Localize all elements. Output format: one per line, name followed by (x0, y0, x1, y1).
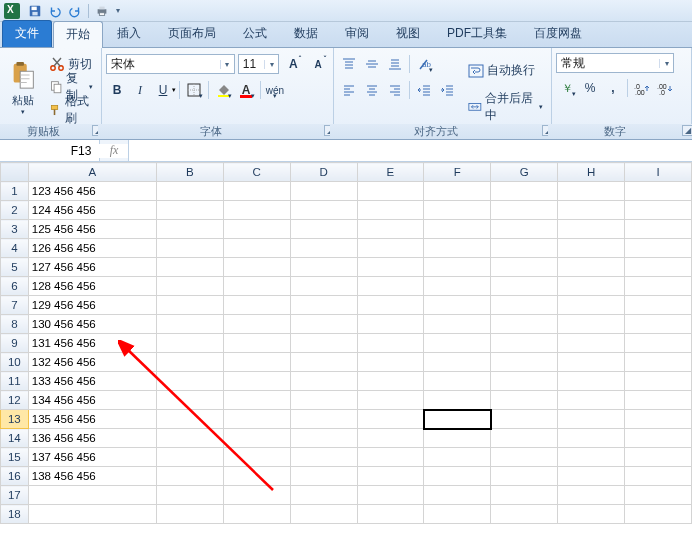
cell[interactable] (424, 296, 491, 315)
cell[interactable] (223, 220, 290, 239)
cell[interactable] (558, 201, 625, 220)
row-header[interactable]: 2 (1, 201, 29, 220)
cell[interactable] (491, 391, 558, 410)
font-name-combo[interactable]: 宋体 ▾ (106, 54, 235, 74)
cell[interactable] (625, 315, 692, 334)
cell[interactable] (357, 239, 424, 258)
paste-button[interactable]: 粘贴 ▾ (4, 50, 42, 124)
cell[interactable] (424, 315, 491, 334)
orientation-button[interactable]: ab▾ (413, 53, 435, 75)
percent-format-button[interactable]: % (579, 77, 601, 99)
row-header[interactable]: 8 (1, 315, 29, 334)
cell[interactable] (491, 505, 558, 524)
tab-home[interactable]: 开始 (53, 21, 103, 48)
column-header[interactable]: F (424, 163, 491, 182)
row-header[interactable]: 7 (1, 296, 29, 315)
column-header[interactable]: C (223, 163, 290, 182)
cell[interactable]: 132 456 456 (28, 353, 156, 372)
cell[interactable] (424, 334, 491, 353)
column-header[interactable]: I (625, 163, 692, 182)
cell[interactable] (558, 410, 625, 429)
fill-color-button[interactable]: ▾ (212, 79, 234, 101)
cell[interactable] (424, 448, 491, 467)
row-header[interactable]: 17 (1, 486, 29, 505)
tab-page-layout[interactable]: 页面布局 (155, 20, 229, 47)
cell[interactable] (424, 429, 491, 448)
cell[interactable] (558, 448, 625, 467)
accounting-format-button[interactable]: ￥▾ (556, 77, 578, 99)
cell[interactable] (156, 429, 223, 448)
cell[interactable] (558, 353, 625, 372)
cell[interactable] (223, 505, 290, 524)
cell[interactable] (424, 372, 491, 391)
redo-button[interactable] (66, 2, 84, 20)
cell[interactable] (290, 372, 357, 391)
row-header[interactable]: 13 (1, 410, 29, 429)
cell[interactable] (625, 429, 692, 448)
cell[interactable] (28, 505, 156, 524)
cell[interactable] (156, 296, 223, 315)
cell[interactable] (491, 353, 558, 372)
cell[interactable] (28, 486, 156, 505)
cell[interactable] (625, 296, 692, 315)
decrease-font-button[interactable]: Aˇ (307, 53, 329, 75)
worksheet-grid[interactable]: ABCDEFGHI1123 456 4562124 456 4563125 45… (0, 162, 692, 547)
print-button[interactable] (93, 2, 111, 20)
comma-format-button[interactable]: , (602, 77, 624, 99)
cell[interactable] (156, 334, 223, 353)
cell[interactable] (357, 372, 424, 391)
tab-pdf-tools[interactable]: PDF工具集 (434, 20, 520, 47)
cell[interactable] (558, 429, 625, 448)
underline-button[interactable]: U (152, 79, 174, 101)
cell[interactable] (223, 486, 290, 505)
cell[interactable] (625, 201, 692, 220)
row-header[interactable]: 10 (1, 353, 29, 372)
tab-data[interactable]: 数据 (281, 20, 331, 47)
cell[interactable] (625, 448, 692, 467)
cell[interactable] (223, 429, 290, 448)
cell[interactable] (223, 315, 290, 334)
cell[interactable]: 137 456 456 (28, 448, 156, 467)
cell[interactable] (290, 315, 357, 334)
cell[interactable] (156, 201, 223, 220)
tab-insert[interactable]: 插入 (104, 20, 154, 47)
cell[interactable] (156, 486, 223, 505)
cell[interactable] (491, 277, 558, 296)
increase-decimal-button[interactable]: .0.00 (631, 77, 653, 99)
cell[interactable]: 124 456 456 (28, 201, 156, 220)
cell[interactable] (223, 277, 290, 296)
format-painter-button[interactable]: 格式刷 (45, 99, 97, 121)
cell[interactable]: 134 456 456 (28, 391, 156, 410)
font-color-button[interactable]: A▾ (235, 79, 257, 101)
cell[interactable]: 130 456 456 (28, 315, 156, 334)
cell[interactable] (357, 201, 424, 220)
cell[interactable] (558, 258, 625, 277)
cell[interactable] (625, 391, 692, 410)
cell[interactable] (558, 315, 625, 334)
cell[interactable] (290, 448, 357, 467)
row-header[interactable]: 4 (1, 239, 29, 258)
cell[interactable] (223, 353, 290, 372)
cell[interactable] (290, 277, 357, 296)
cell[interactable] (424, 391, 491, 410)
cell[interactable] (558, 296, 625, 315)
cell[interactable] (290, 410, 357, 429)
cell[interactable] (424, 353, 491, 372)
cell[interactable] (625, 372, 692, 391)
cell[interactable] (156, 467, 223, 486)
formula-input[interactable] (129, 140, 692, 161)
cell[interactable] (491, 410, 558, 429)
cell[interactable] (156, 505, 223, 524)
row-header[interactable]: 14 (1, 429, 29, 448)
row-header[interactable]: 15 (1, 448, 29, 467)
cell[interactable] (491, 220, 558, 239)
row-header[interactable]: 1 (1, 182, 29, 201)
column-header[interactable]: A (28, 163, 156, 182)
cell[interactable] (290, 296, 357, 315)
dialog-launcher-icon[interactable]: ◢ (682, 125, 692, 136)
cell[interactable] (558, 486, 625, 505)
cell[interactable] (223, 182, 290, 201)
cell[interactable]: 138 456 456 (28, 467, 156, 486)
cell[interactable] (357, 220, 424, 239)
cell[interactable] (625, 467, 692, 486)
